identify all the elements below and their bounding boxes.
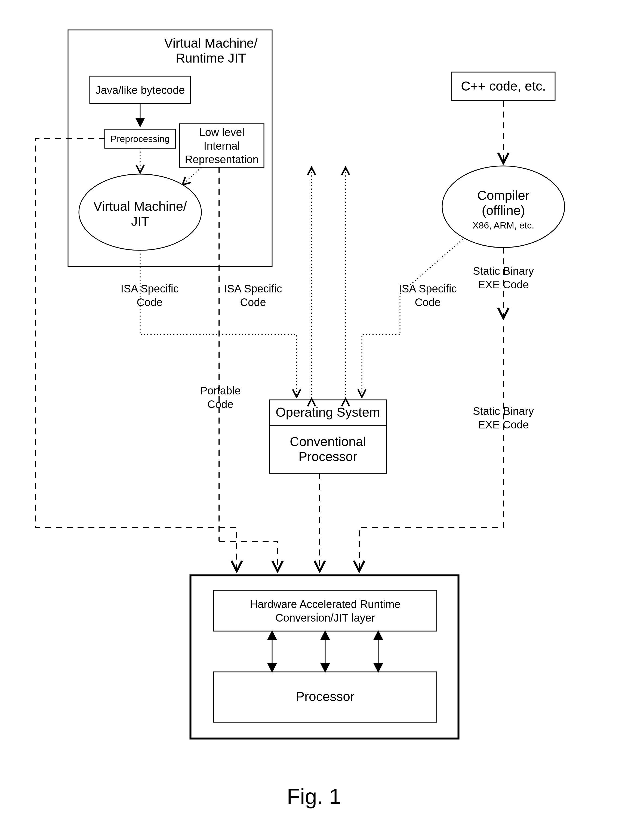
- isa-right-2: Code: [414, 296, 441, 308]
- lowlevel-ir-3: Representation: [185, 153, 258, 166]
- preprocessing-label: Preprocessing: [111, 134, 169, 144]
- portable-1: Portable: [200, 385, 241, 396]
- hw-jit-box: [214, 590, 437, 631]
- lowlevel-ir-1: Low level: [199, 126, 245, 138]
- isa-mid-2: Code: [240, 296, 266, 308]
- isa-right-1: ISA Specific: [399, 283, 457, 295]
- isa-mid-1: ISA Specific: [224, 283, 282, 295]
- compiler-2: (offline): [482, 203, 525, 218]
- edge-portable-hw-2: [219, 541, 278, 571]
- conv-2: Processor: [299, 449, 357, 464]
- figure-label: Fig. 1: [287, 784, 341, 808]
- static-1b: EXE Code: [478, 279, 529, 291]
- static-1a: Static Binary: [473, 265, 534, 277]
- java-bytecode-label: Java/like bytecode: [95, 84, 185, 96]
- os-label: Operating System: [276, 405, 380, 420]
- lowlevel-ir-2: Internal: [204, 140, 240, 152]
- vm-title-1: Virtual Machine/: [164, 36, 258, 51]
- isa-left-2: Code: [137, 296, 163, 308]
- hw-jit-2: Conversion/JIT layer: [275, 612, 375, 624]
- isa-left-1: ISA Specific: [120, 283, 179, 295]
- vm-title-2: Runtime JIT: [176, 51, 246, 65]
- edge-vmjit-os-left: [140, 250, 297, 397]
- edge-compiler-os: [362, 239, 463, 397]
- conv-1: Conventional: [290, 434, 366, 449]
- compiler-3: X86, ARM, etc.: [473, 220, 535, 231]
- hw-jit-1: Hardware Accelerated Runtime: [250, 598, 400, 610]
- hw-processor-label: Processor: [296, 689, 354, 704]
- portable-2: Code: [207, 398, 234, 410]
- compiler-1: Compiler: [477, 188, 530, 203]
- cpp-label: C++ code, etc.: [461, 79, 546, 93]
- vm-jit-1: Virtual Machine/: [93, 199, 187, 213]
- vm-jit-2: JIT: [131, 214, 149, 229]
